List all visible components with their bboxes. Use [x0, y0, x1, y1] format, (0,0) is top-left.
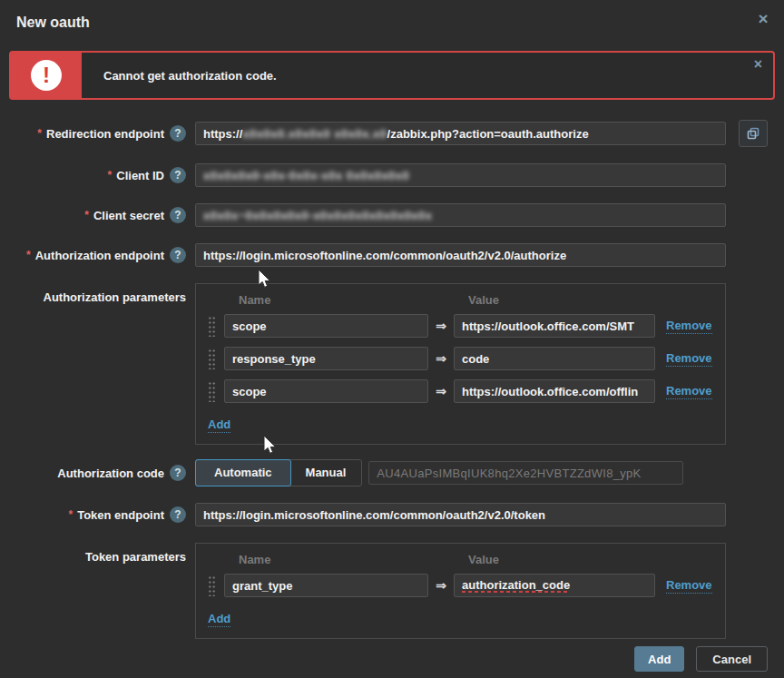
maps-to-arrow: ⇒ — [428, 578, 454, 593]
drag-handle-icon[interactable] — [208, 575, 216, 596]
dialog-footer: Add Cancel — [634, 646, 768, 672]
remove-link[interactable]: Remove — [666, 319, 712, 334]
automatic-button[interactable]: Automatic — [195, 459, 291, 486]
help-icon[interactable]: ? — [170, 207, 186, 223]
token-endpoint-label: Token endpoint — [77, 508, 164, 522]
close-icon: × — [758, 9, 768, 28]
client-secret-label: Client secret — [93, 209, 164, 222]
url-prefix: https:// — [203, 127, 242, 141]
authorization-code-label: Authorization code — [57, 467, 164, 480]
param-value-input[interactable] — [454, 314, 655, 338]
authorization-code-field: AU4AUaPsIMBqIUK8hq2Xe2HVBTZZdWI8_ypK — [368, 461, 683, 485]
maps-to-arrow: ⇒ — [428, 351, 454, 366]
value-column-header: Value — [468, 293, 499, 307]
manual-button[interactable]: Manual — [290, 460, 362, 486]
copy-button[interactable] — [739, 120, 768, 147]
redacted-client-secret: x0x0x~0x0x0x0x0-x0x0x0x0x0x0x0x0x — [203, 209, 433, 222]
required-asterisk: * — [108, 167, 113, 182]
client-id-row: * Client ID ? x0x0x0x0-x0x-0x0x-x0x 0x0x… — [9, 163, 775, 187]
spellcheck-underlined-value: authorization_code — [462, 578, 570, 593]
token-parameters-table: Name Value ⇒ authorization_code Remove A… — [195, 543, 726, 639]
token-parameters-label: Token parameters — [85, 550, 186, 564]
client-secret-field[interactable]: x0x0x~0x0x0x0x0-x0x0x0x0x0x0x0x0x — [195, 203, 726, 227]
error-icon-box: ! — [11, 53, 82, 98]
authorization-code-row: Authorization code ? Automatic Manual AU… — [9, 459, 775, 486]
cancel-button[interactable]: Cancel — [696, 646, 768, 672]
authorization-code-mode-toggle: Automatic Manual — [195, 459, 362, 486]
redacted-host: x0x0x0.x0x0x0 x0x0x.x0 — [242, 127, 387, 141]
token-parameters-row: Token parameters Name Value ⇒ authorizat… — [9, 543, 775, 639]
new-oauth-dialog: New oauth × ! Cannot get authorization c… — [0, 0, 784, 678]
name-column-header: Name — [239, 553, 443, 566]
required-asterisk: * — [69, 506, 74, 521]
help-icon[interactable]: ? — [170, 247, 186, 263]
error-banner: ! Cannot get authorization code. × — [9, 51, 775, 100]
redirection-endpoint-field[interactable]: https://x0x0x0.x0x0x0 x0x0x.x0/zabbix.ph… — [195, 122, 726, 145]
help-icon[interactable]: ? — [170, 167, 186, 183]
param-name-input[interactable] — [224, 314, 428, 338]
parameter-row: ⇒ Remove — [208, 314, 713, 338]
drag-handle-icon[interactable] — [208, 348, 216, 369]
redirection-endpoint-row: * Redirection endpoint ? https://x0x0x0.… — [9, 120, 775, 147]
maps-to-arrow: ⇒ — [428, 319, 454, 333]
maps-to-arrow: ⇒ — [428, 384, 454, 398]
exclamation-icon: ! — [31, 60, 62, 91]
param-value-input[interactable]: authorization_code — [454, 574, 655, 597]
redacted-client-id: x0x0x0x0-x0x-0x0x-x0x 0x0x0x0x0 — [203, 169, 409, 182]
authorization-code-value: AU4AUaPsIMBqIUK8hq2Xe2HVBTZZdWI8_ypK — [377, 467, 641, 480]
param-name-input[interactable] — [224, 379, 428, 403]
error-close-button[interactable]: × — [754, 56, 762, 73]
dialog-header: New oauth × — [0, 0, 784, 40]
param-name-input[interactable] — [224, 574, 428, 597]
required-asterisk: * — [26, 247, 31, 261]
drag-handle-icon[interactable] — [208, 315, 216, 337]
client-secret-row: * Client secret ? x0x0x~0x0x0x0x0-x0x0x0… — [9, 203, 775, 227]
redirection-endpoint-label: Redirection endpoint — [46, 127, 164, 141]
value-column-header: Value — [468, 553, 499, 566]
close-icon: × — [754, 56, 762, 72]
authorization-parameters-label: Authorization parameters — [44, 290, 186, 304]
parameter-row: ⇒ authorization_code Remove — [208, 574, 713, 597]
help-icon[interactable]: ? — [170, 465, 186, 481]
authorization-endpoint-row: * Authorization endpoint ? — [9, 243, 775, 267]
add-parameter-link[interactable]: Add — [208, 418, 230, 433]
page-title: New oauth — [16, 15, 768, 31]
parameter-row: ⇒ Remove — [208, 347, 713, 370]
add-parameter-link[interactable]: Add — [208, 612, 230, 627]
oauth-form: * Redirection endpoint ? https://x0x0x0.… — [0, 120, 784, 639]
authorization-endpoint-input[interactable] — [195, 243, 726, 267]
authorization-endpoint-label: Authorization endpoint — [35, 249, 164, 262]
dialog-close-button[interactable]: × — [751, 7, 775, 31]
copy-icon — [746, 126, 760, 141]
token-endpoint-row: * Token endpoint ? — [9, 503, 775, 526]
drag-handle-icon[interactable] — [208, 380, 216, 402]
help-icon[interactable]: ? — [170, 125, 186, 142]
help-icon[interactable]: ? — [170, 506, 186, 523]
parameter-row: ⇒ Remove — [208, 379, 713, 403]
error-message: Cannot get authorization code. — [103, 69, 277, 83]
authorization-parameters-table: Name Value ⇒ Remove ⇒ — [195, 283, 726, 445]
required-asterisk: * — [84, 207, 89, 221]
required-asterisk: * — [37, 125, 42, 140]
authorization-parameters-row: Authorization parameters Name Value ⇒ Re… — [9, 283, 775, 445]
remove-link[interactable]: Remove — [666, 578, 712, 594]
param-name-input[interactable] — [224, 347, 428, 370]
param-value-input[interactable] — [454, 347, 655, 370]
name-column-header: Name — [239, 293, 443, 307]
remove-link[interactable]: Remove — [666, 351, 712, 367]
url-suffix: /zabbix.php?action=oauth.authorize — [387, 127, 589, 141]
client-id-field[interactable]: x0x0x0x0-x0x-0x0x-x0x 0x0x0x0x0 — [195, 163, 726, 187]
token-endpoint-input[interactable] — [195, 503, 726, 526]
param-value-input[interactable] — [454, 379, 655, 403]
add-button[interactable]: Add — [634, 646, 684, 672]
client-id-label: Client ID — [116, 169, 164, 182]
remove-link[interactable]: Remove — [666, 384, 712, 399]
